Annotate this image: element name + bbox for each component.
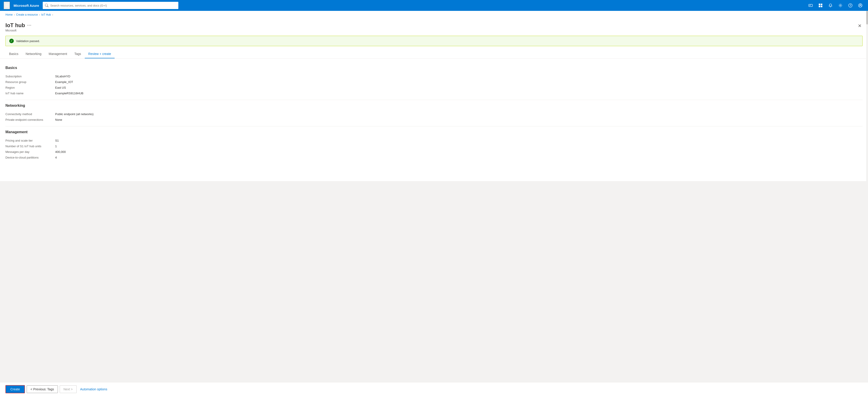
main-container: Home › Create a resource › IoT Hub › IoT… xyxy=(0,11,868,181)
label-subscription: Subscription xyxy=(5,73,55,79)
label-partitions: Device-to-cloud partitions xyxy=(5,155,55,160)
close-button[interactable]: ✕ xyxy=(857,22,863,29)
breadcrumb-sep-1: › xyxy=(14,13,15,16)
label-region: Region xyxy=(5,85,55,90)
divider-basics-networking xyxy=(5,100,863,100)
section-management: Management Pricing and scale tier S1 Num… xyxy=(5,130,863,160)
validation-message: Validation passed. xyxy=(16,39,40,43)
table-row: Connectivity method Public endpoint (all… xyxy=(5,111,863,117)
svg-rect-1 xyxy=(819,4,820,5)
divider-networking-management xyxy=(5,126,863,126)
app-logo: Microsoft Azure xyxy=(13,4,39,7)
more-options-button[interactable]: ··· xyxy=(27,23,32,27)
networking-table: Connectivity method Public endpoint (all… xyxy=(5,111,863,123)
table-row: Private endpoint connections None xyxy=(5,117,863,123)
hamburger-menu[interactable]: ☰ xyxy=(4,2,10,9)
table-row: Pricing and scale tier S1 xyxy=(5,138,863,143)
value-connectivity-method: Public endpoint (all networks) xyxy=(55,111,863,117)
page-title-text: IoT hub xyxy=(5,22,25,29)
validation-check-icon: ✓ xyxy=(9,39,14,43)
svg-rect-4 xyxy=(821,6,822,7)
svg-text:?: ? xyxy=(850,4,851,7)
label-messages-per-day: Messages per day xyxy=(5,149,55,155)
notifications-icon[interactable] xyxy=(807,1,815,9)
tab-review-create[interactable]: Review + create xyxy=(85,50,115,58)
label-pricing-tier: Pricing and scale tier xyxy=(5,138,55,143)
label-private-endpoint: Private endpoint connections xyxy=(5,117,55,123)
svg-point-9 xyxy=(860,4,861,6)
topbar: ☰ Microsoft Azure ? xyxy=(0,0,868,11)
value-iot-hub-name: ExampleRS9116HUB xyxy=(55,90,863,96)
tab-basics[interactable]: Basics xyxy=(5,50,22,58)
table-row: IoT hub name ExampleRS9116HUB xyxy=(5,90,863,96)
section-heading-management: Management xyxy=(5,130,863,134)
svg-point-5 xyxy=(840,5,841,6)
section-networking: Networking Connectivity method Public en… xyxy=(5,103,863,123)
management-table: Pricing and scale tier S1 Number of S1 I… xyxy=(5,138,863,160)
label-connectivity-method: Connectivity method xyxy=(5,111,55,117)
content-area: Basics Subscription SiLabsHYD Resource g… xyxy=(0,59,868,181)
validation-banner: ✓ Validation passed. xyxy=(5,36,863,46)
value-pricing-tier: S1 xyxy=(55,138,863,143)
search-input[interactable] xyxy=(50,4,176,7)
tabs-container: Basics Networking Management Tags Review… xyxy=(0,50,868,59)
value-private-endpoint: None xyxy=(55,117,863,123)
label-units: Number of S1 IoT hub units xyxy=(5,143,55,149)
table-row: Messages per day 400,000 xyxy=(5,149,863,155)
bell-icon[interactable] xyxy=(827,1,835,9)
basics-table: Subscription SiLabsHYD Resource group Ex… xyxy=(5,73,863,96)
value-messages-per-day: 400,000 xyxy=(55,149,863,155)
table-row: Subscription SiLabsHYD xyxy=(5,73,863,79)
topbar-icon-group: ? xyxy=(807,1,864,9)
page-subtitle: Microsoft xyxy=(5,29,32,32)
value-units: 1 xyxy=(55,143,863,149)
breadcrumb-iot-hub[interactable]: IoT Hub xyxy=(41,13,51,16)
breadcrumb-home[interactable]: Home xyxy=(5,13,13,16)
scrollbar-thumb[interactable] xyxy=(866,11,868,24)
title-section: IoT hub ··· Microsoft xyxy=(5,22,32,32)
breadcrumb: Home › Create a resource › IoT Hub › xyxy=(0,11,868,19)
settings-icon[interactable] xyxy=(836,1,844,9)
table-row: Device-to-cloud partitions 4 xyxy=(5,155,863,160)
value-region: East US xyxy=(55,85,863,90)
help-icon[interactable]: ? xyxy=(846,1,855,9)
tab-networking[interactable]: Networking xyxy=(22,50,45,58)
tab-management[interactable]: Management xyxy=(45,50,71,58)
search-icon xyxy=(45,4,49,7)
section-basics: Basics Subscription SiLabsHYD Resource g… xyxy=(5,66,863,96)
table-row: Number of S1 IoT hub units 1 xyxy=(5,143,863,149)
value-partitions: 4 xyxy=(55,155,863,160)
section-heading-basics: Basics xyxy=(5,66,863,70)
tab-tags[interactable]: Tags xyxy=(71,50,85,58)
value-subscription: SiLabsHYD xyxy=(55,73,863,79)
search-box xyxy=(43,2,178,9)
scrollbar-track[interactable] xyxy=(866,11,868,181)
table-row: Region East US xyxy=(5,85,863,90)
svg-rect-0 xyxy=(809,4,812,6)
page-header: IoT hub ··· Microsoft ✕ xyxy=(0,19,868,34)
label-iot-hub-name: IoT hub name xyxy=(5,90,55,96)
portal-icon[interactable] xyxy=(816,1,825,9)
page-title: IoT hub ··· xyxy=(5,22,32,29)
breadcrumb-create-resource[interactable]: Create a resource xyxy=(16,13,38,16)
value-resource-group: Example_IOT xyxy=(55,79,863,85)
avatar-icon[interactable] xyxy=(856,1,864,9)
svg-rect-3 xyxy=(819,6,820,7)
section-heading-networking: Networking xyxy=(5,103,863,108)
breadcrumb-sep-3: › xyxy=(52,13,53,16)
table-row: Resource group Example_IOT xyxy=(5,79,863,85)
breadcrumb-sep-2: › xyxy=(39,13,40,16)
label-resource-group: Resource group xyxy=(5,79,55,85)
svg-rect-2 xyxy=(821,4,822,5)
